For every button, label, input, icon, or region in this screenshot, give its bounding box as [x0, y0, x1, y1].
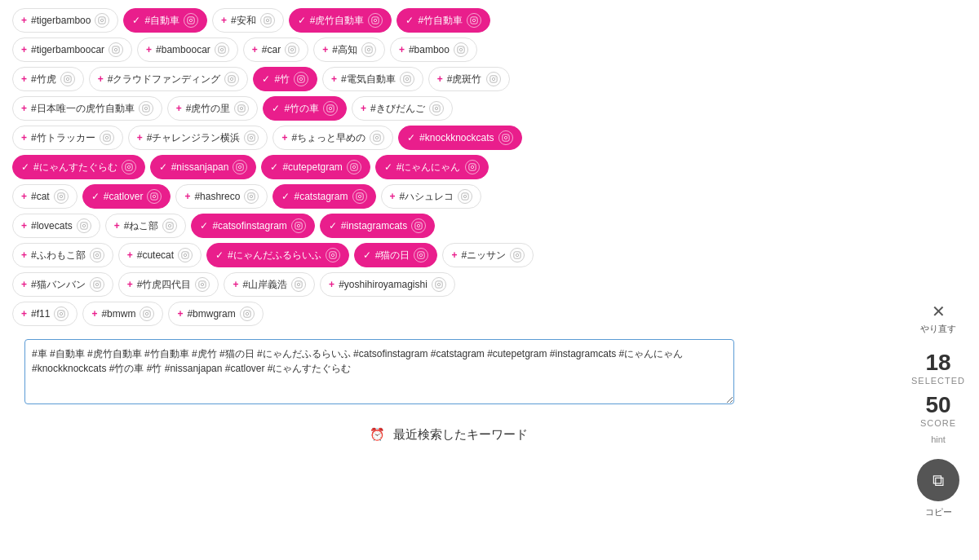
tag-chip[interactable]: +#bmwm	[82, 302, 163, 326]
tag-chip[interactable]: +#tigerbamboo	[12, 8, 118, 33]
instagram-icon[interactable]	[240, 306, 255, 321]
tag-chip[interactable]: +#tigerbamboocar	[12, 37, 132, 62]
instagram-icon[interactable]	[140, 306, 154, 321]
instagram-icon[interactable]	[467, 13, 481, 28]
tag-chip[interactable]: +#ちょっと早めの	[272, 126, 393, 150]
instagram-icon[interactable]	[370, 130, 384, 145]
tag-chip[interactable]: +#きびだんご	[352, 96, 453, 121]
instagram-icon[interactable]	[414, 248, 428, 262]
tag-chip[interactable]: +#ハシュレコ	[381, 184, 482, 209]
tag-chip[interactable]: +#bamboo	[390, 37, 477, 62]
instagram-icon[interactable]	[323, 101, 338, 116]
instagram-icon[interactable]	[454, 42, 468, 57]
tag-chip[interactable]: +#car	[243, 37, 308, 62]
instagram-icon[interactable]	[233, 160, 247, 174]
tag-chip[interactable]: ✓#自動車	[123, 8, 207, 33]
tag-chip[interactable]: ✓#knockknockcats	[398, 126, 521, 150]
instagram-icon[interactable]	[294, 72, 308, 86]
copy-button[interactable]: ⧉	[917, 459, 959, 501]
instagram-icon[interactable]	[486, 72, 501, 86]
tag-chip[interactable]: +#電気自動車	[322, 67, 423, 91]
hashtag-textarea[interactable]	[24, 339, 734, 404]
tag-chip[interactable]: +#cat	[12, 184, 78, 209]
tag-chip[interactable]: +#ねこ部	[105, 214, 187, 238]
instagram-icon[interactable]	[291, 218, 306, 233]
instagram-icon[interactable]	[54, 306, 69, 321]
instagram-icon[interactable]	[291, 277, 306, 292]
tag-chip[interactable]: +#竹トラッカー	[12, 126, 123, 150]
instagram-icon[interactable]	[244, 130, 259, 145]
tag-chip[interactable]: +#ふわもこ部	[12, 243, 113, 267]
instagram-icon[interactable]	[361, 42, 376, 57]
instagram-icon[interactable]	[184, 13, 198, 28]
undo-button[interactable]: ✕ やり直す	[920, 302, 956, 335]
tag-chip[interactable]: +#bmwgram	[168, 302, 263, 326]
tag-chip[interactable]: +#山岸義浩	[224, 272, 315, 297]
tag-chip[interactable]: +#ニッサン	[442, 243, 534, 267]
instagram-icon[interactable]	[139, 101, 153, 116]
tag-chip[interactable]: +#安和	[212, 8, 284, 33]
instagram-icon[interactable]	[429, 101, 444, 116]
tag-chip[interactable]: +#猫バンバン	[12, 272, 113, 297]
tag-chip[interactable]: ✓#nissanjapan	[150, 155, 257, 179]
tag-chip[interactable]: +#f11	[12, 302, 78, 326]
instagram-icon[interactable]	[411, 218, 426, 233]
tag-chip[interactable]: +#日本唯一の虎竹自動車	[12, 96, 162, 121]
instagram-icon[interactable]	[122, 160, 136, 174]
instagram-icon[interactable]	[77, 218, 91, 233]
tag-chip[interactable]: ✓#instagramcats	[320, 214, 435, 238]
instagram-icon[interactable]	[147, 189, 162, 204]
tag-chip[interactable]: +#竹虎	[12, 67, 84, 91]
instagram-icon[interactable]	[498, 130, 513, 145]
instagram-icon[interactable]	[244, 189, 259, 204]
tag-chip[interactable]: +#高知	[313, 37, 385, 62]
tag-chip[interactable]: +#チャレンジラン横浜	[128, 126, 268, 150]
instagram-icon[interactable]	[326, 248, 340, 262]
tag-chip[interactable]: ✓#竹	[253, 67, 317, 91]
tag-chip[interactable]: +#hashreco	[175, 184, 268, 209]
instagram-icon[interactable]	[510, 248, 525, 262]
instagram-icon[interactable]	[60, 72, 75, 86]
tag-chip[interactable]: ✓#にゃんすたぐらむ	[12, 155, 145, 179]
tag-chip[interactable]: +#竹虎四代目	[118, 272, 219, 297]
tag-label: #bmwm	[101, 308, 135, 320]
tag-chip[interactable]: ✓#猫の日	[354, 243, 438, 267]
tag-chip[interactable]: ✓#竹の車	[263, 96, 347, 121]
instagram-icon[interactable]	[224, 72, 239, 86]
tag-chip[interactable]: +#cutecat	[118, 243, 202, 267]
instagram-icon[interactable]	[465, 160, 480, 174]
instagram-icon[interactable]	[90, 277, 104, 292]
tag-chip[interactable]: +#bamboocar	[137, 37, 238, 62]
instagram-icon[interactable]	[195, 277, 210, 292]
instagram-icon[interactable]	[178, 248, 193, 262]
instagram-icon[interactable]	[352, 189, 367, 204]
instagram-icon[interactable]	[285, 42, 299, 57]
instagram-icon[interactable]	[432, 277, 446, 292]
tag-chip[interactable]: ✓#にゃんにゃん	[375, 155, 489, 179]
instagram-icon[interactable]	[400, 72, 414, 86]
instagram-icon[interactable]	[234, 101, 249, 116]
instagram-icon[interactable]	[260, 13, 275, 28]
instagram-icon[interactable]	[458, 189, 472, 204]
tag-chip[interactable]: +#クラウドファンディング	[89, 67, 249, 91]
tag-chip[interactable]: ✓#にゃんだふるらいふ	[206, 243, 349, 267]
instagram-icon[interactable]	[347, 160, 361, 174]
tag-chip[interactable]: ✓#cutepetgram	[261, 155, 370, 179]
tag-chip[interactable]: +#虎竹の里	[167, 96, 259, 121]
instagram-icon[interactable]	[109, 42, 123, 57]
tag-chip[interactable]: +#lovecats	[12, 214, 100, 238]
tag-chip[interactable]: ✓#catlover	[82, 184, 171, 209]
instagram-icon[interactable]	[215, 42, 229, 57]
instagram-icon[interactable]	[100, 130, 114, 145]
instagram-icon[interactable]	[368, 13, 383, 28]
tag-chip[interactable]: ✓#竹自動車	[396, 8, 490, 33]
instagram-icon[interactable]	[95, 13, 109, 28]
tag-chip[interactable]: ✓#catstagram	[272, 184, 375, 209]
instagram-icon[interactable]	[162, 218, 177, 233]
tag-chip[interactable]: +#yoshihiroyamagishi	[320, 272, 455, 297]
tag-chip[interactable]: ✓#虎竹自動車	[289, 8, 392, 33]
instagram-icon[interactable]	[54, 189, 69, 204]
tag-chip[interactable]: +#虎斑竹	[428, 67, 510, 91]
tag-chip[interactable]: ✓#catsofinstagram	[191, 214, 314, 238]
instagram-icon[interactable]	[90, 248, 104, 262]
